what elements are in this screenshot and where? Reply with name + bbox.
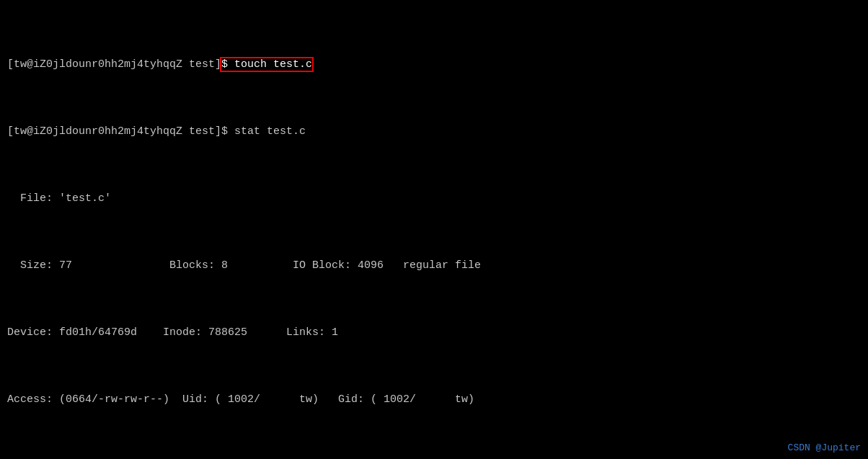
line-3: File: 'test.c' [7, 190, 861, 207]
watermark: CSDN @Jupiter [788, 442, 861, 453]
line-6: Access: (0664/-rw-rw-r--) Uid: ( 1002/ t… [7, 391, 861, 408]
line-2: [tw@iZ0jldounr0hh2mj4tyhqqZ test]$ stat … [7, 123, 861, 140]
line-1: [tw@iZ0jldounr0hh2mj4tyhqqZ test]$ touch… [7, 56, 861, 73]
line-5: Device: fd01h/64769d Inode: 788625 Links… [7, 324, 861, 341]
terminal: [tw@iZ0jldounr0hh2mj4tyhqqZ test]$ touch… [0, 0, 868, 459]
line-4: Size: 77 Blocks: 8 IO Block: 4096 regula… [7, 257, 861, 274]
cmd-box-1: $ touch test.c [221, 58, 312, 71]
prompt-1: [tw@iZ0jldounr0hh2mj4tyhqqZ test] [7, 58, 221, 71]
